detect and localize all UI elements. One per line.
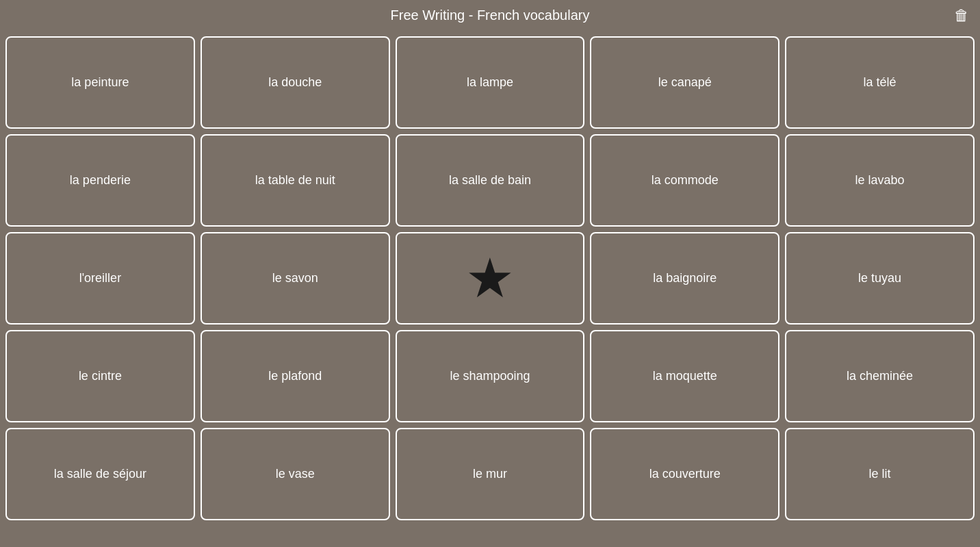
vocabulary-card[interactable]: ★ bbox=[396, 232, 585, 325]
vocabulary-card[interactable]: la commode bbox=[590, 134, 779, 227]
card-label: la moquette bbox=[653, 369, 717, 383]
vocabulary-card[interactable]: le mur bbox=[396, 428, 585, 520]
card-label: la peinture bbox=[71, 75, 129, 90]
vocabulary-card[interactable]: la salle de séjour bbox=[5, 428, 195, 520]
trash-icon[interactable]: 🗑 bbox=[954, 7, 969, 25]
vocabulary-card[interactable]: le shampooing bbox=[396, 330, 585, 422]
card-label: le mur bbox=[473, 467, 507, 481]
card-label: la commode bbox=[652, 173, 719, 188]
card-label: le cintre bbox=[79, 369, 122, 383]
card-label: le lit bbox=[869, 467, 891, 481]
card-label: la douche bbox=[268, 75, 322, 90]
page-title: Free Writing - French vocabulary bbox=[391, 8, 590, 23]
card-label: la penderie bbox=[70, 173, 131, 188]
card-label: la table de nuit bbox=[255, 173, 335, 188]
app-header: Free Writing - French vocabulary 🗑 bbox=[0, 0, 980, 31]
vocabulary-card[interactable]: la table de nuit bbox=[201, 134, 390, 227]
card-label: le plafond bbox=[268, 369, 322, 383]
card-label: la télé bbox=[864, 75, 897, 90]
vocabulary-card[interactable]: la penderie bbox=[5, 134, 195, 227]
vocabulary-card[interactable]: la baignoire bbox=[590, 232, 779, 325]
card-label: le lavabo bbox=[855, 173, 905, 188]
vocabulary-card[interactable]: l'oreiller bbox=[5, 232, 195, 325]
card-label: la baignoire bbox=[653, 271, 717, 285]
vocabulary-card[interactable]: le vase bbox=[201, 428, 390, 520]
vocabulary-card[interactable]: le savon bbox=[201, 232, 390, 325]
vocabulary-card[interactable]: le canapé bbox=[590, 36, 779, 129]
vocabulary-card[interactable]: la cheminée bbox=[785, 330, 975, 422]
card-label: la salle de bain bbox=[449, 173, 531, 188]
card-label: le canapé bbox=[658, 75, 712, 90]
vocabulary-card[interactable]: la salle de bain bbox=[396, 134, 585, 227]
vocabulary-card[interactable]: la télé bbox=[785, 36, 975, 129]
card-label: le vase bbox=[276, 467, 315, 481]
vocabulary-card[interactable]: la couverture bbox=[590, 428, 779, 520]
card-label: le shampooing bbox=[450, 369, 530, 383]
card-label: la salle de séjour bbox=[54, 467, 146, 481]
vocabulary-card[interactable]: la douche bbox=[201, 36, 390, 129]
vocabulary-card[interactable]: la peinture bbox=[5, 36, 195, 129]
vocabulary-card[interactable]: le tuyau bbox=[785, 232, 975, 325]
vocabulary-card[interactable]: la lampe bbox=[396, 36, 585, 129]
card-label: l'oreiller bbox=[79, 271, 121, 285]
card-label: le savon bbox=[272, 271, 318, 285]
star-icon: ★ bbox=[465, 251, 515, 306]
card-label: le tuyau bbox=[858, 271, 901, 285]
vocabulary-card[interactable]: la moquette bbox=[590, 330, 779, 422]
card-label: la cheminée bbox=[847, 369, 913, 383]
vocabulary-card[interactable]: le plafond bbox=[201, 330, 390, 422]
vocabulary-card[interactable]: le lavabo bbox=[785, 134, 975, 227]
card-label: la couverture bbox=[649, 467, 721, 481]
vocabulary-grid: la peinturela douchela lampele canapéla … bbox=[0, 31, 980, 526]
vocabulary-card[interactable]: le lit bbox=[785, 428, 975, 520]
card-label: la lampe bbox=[467, 75, 513, 90]
vocabulary-card[interactable]: le cintre bbox=[5, 330, 195, 422]
